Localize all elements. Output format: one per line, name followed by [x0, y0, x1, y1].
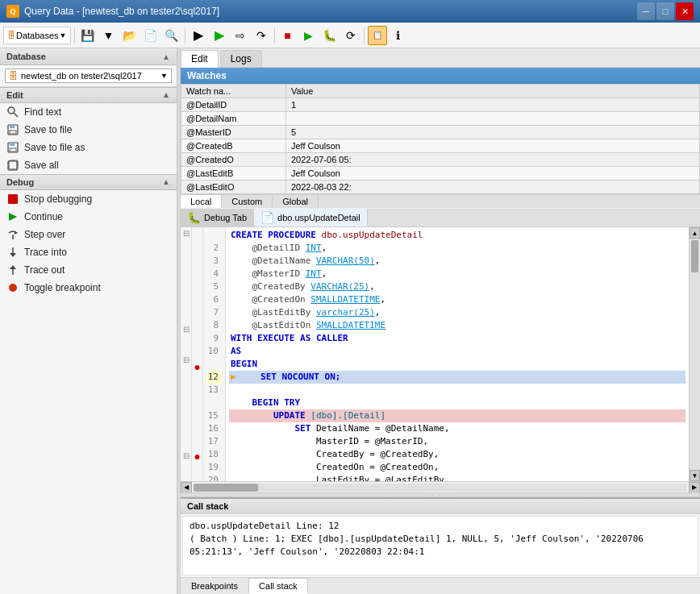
watch-tab-local[interactable]: Local: [181, 195, 222, 208]
debug3-button[interactable]: ⟳: [341, 26, 360, 45]
code-line-4: @MasterID INT,: [229, 268, 685, 280]
code-tab-procedure[interactable]: 📄 dbo.uspUpdateDetail: [254, 209, 368, 226]
watch-tab-global[interactable]: Global: [273, 195, 319, 208]
db-selector[interactable]: 🗄 newtest_db on tester2\sql2017 ▼: [5, 69, 172, 83]
gutter-13: [181, 345, 191, 354]
app-icon: Q: [6, 5, 19, 18]
close-button[interactable]: ✕: [676, 2, 694, 20]
ln-6: 6: [206, 293, 222, 306]
debug-collapse-btn[interactable]: ▲: [162, 177, 170, 187]
sql-editor[interactable]: ⊟ ⊟ ⊟: [181, 227, 700, 481]
scroll-left-btn[interactable]: ◀: [181, 482, 192, 493]
bp-4: [192, 255, 202, 265]
ln-9: 9: [206, 332, 222, 345]
save-all-icon: [6, 159, 19, 172]
debug-section-title: Debug: [6, 177, 34, 187]
watch-tab-custom[interactable]: Custom: [222, 195, 273, 208]
watch-row-2: @DetailNam: [181, 112, 700, 126]
code-content[interactable]: CREATE PROCEDURE dbo.uspUpdateDetail @De…: [226, 227, 689, 481]
current-arrow: ▶: [231, 371, 236, 384]
watches-container: Watches Watch na... Value @DetailID 1 @D…: [181, 68, 700, 209]
run-button[interactable]: ▶: [189, 26, 208, 45]
tab-edit[interactable]: Edit: [181, 50, 219, 68]
gutter-10: [181, 314, 191, 322]
watch-row-5: @CreatedO 2022-07-06 05:: [181, 153, 700, 167]
bp-22: [192, 430, 202, 440]
code-line-17: MasterID = @MasterID,: [229, 435, 685, 448]
save-dropdown-button[interactable]: ▼: [99, 26, 119, 45]
svg-rect-10: [8, 194, 18, 204]
maximize-button[interactable]: □: [656, 2, 674, 20]
db-section: 🗄 newtest_db on tester2\sql2017 ▼: [0, 65, 177, 87]
code-line-19: CreatedOn = @CreatedOn,: [229, 461, 685, 474]
code-line-5: @CreatedBy VARCHAR(25),: [229, 280, 685, 293]
ln-17: 17: [206, 435, 222, 448]
continue-item[interactable]: Continue: [0, 208, 177, 226]
save-to-file-as-item[interactable]: Save to file as: [0, 139, 177, 156]
bottom-tab-breakpoints[interactable]: Breakpoints: [181, 578, 248, 594]
center-panel: Edit Logs Watches Watch na... Value: [181, 48, 700, 594]
code-tab-debug[interactable]: 🐛 Debug Tab: [181, 209, 254, 226]
bp-10: [192, 313, 202, 322]
debug-run-button[interactable]: ▶: [210, 26, 229, 45]
debug2-button[interactable]: 🐛: [320, 26, 340, 45]
databases-dropdown[interactable]: 🗄 Databases ▼: [3, 27, 71, 44]
tab-logs[interactable]: Logs: [220, 50, 262, 67]
bp-25: [192, 463, 202, 472]
scroll-down-btn[interactable]: ▼: [690, 470, 700, 481]
trace-out-item[interactable]: Trace out: [0, 261, 177, 279]
svg-marker-15: [10, 253, 16, 257]
toolbar-sep-4: [364, 27, 365, 44]
code-gutter: ⊟ ⊟ ⊟: [181, 227, 192, 481]
vertical-scrollbar[interactable]: ▲ ▼: [689, 227, 700, 481]
save-button[interactable]: 💾: [78, 26, 98, 45]
code-line-18: CreatedBy = @CreatedBy,: [229, 448, 685, 461]
highlight-button[interactable]: 📋: [368, 26, 387, 45]
svg-point-18: [9, 284, 17, 292]
toolbar-sep-2: [185, 27, 185, 44]
call-stack-content[interactable]: dbo.uspUpdateDetail Line: 12 ( Batch ) L…: [182, 516, 698, 575]
open-button[interactable]: 📂: [120, 26, 140, 45]
scroll-up-btn[interactable]: ▲: [690, 227, 700, 239]
find-text-label: Find text: [24, 106, 61, 118]
call-stack-line-2: ( Batch ) Line: 1; EXEC [dbo].[uspUpdate…: [190, 533, 691, 559]
new-button[interactable]: 📄: [141, 26, 160, 45]
code-tab-debug-label: Debug Tab: [204, 213, 247, 222]
scroll-thumb[interactable]: [691, 240, 698, 272]
step-button[interactable]: ⇨: [231, 26, 250, 45]
call-stack-line-1: dbo.uspUpdateDetail Line: 12: [190, 520, 691, 533]
trace-into-item[interactable]: Trace into: [0, 243, 177, 261]
find-text-item[interactable]: Find text: [0, 103, 177, 121]
bp-1: [192, 227, 202, 237]
play-button[interactable]: ▶: [299, 26, 319, 45]
stop-button[interactable]: ■: [278, 26, 298, 45]
minimize-button[interactable]: ─: [637, 2, 655, 20]
bottom-tab-callstack[interactable]: Call stack: [248, 578, 308, 594]
bp-3: [192, 247, 202, 256]
save-all-item[interactable]: Save all: [0, 156, 177, 174]
ln-7: 7: [206, 306, 222, 319]
gutter-12: [181, 336, 191, 345]
search-button[interactable]: 🔍: [162, 26, 181, 45]
toggle-breakpoint-item[interactable]: Toggle breakpoint: [0, 279, 177, 297]
main-layout: Database ▲ 🗄 newtest_db on tester2\sql20…: [0, 48, 700, 594]
continue-icon: [6, 210, 19, 223]
gutter-18: [181, 395, 191, 404]
stop-debugging-item[interactable]: Stop debugging: [0, 190, 177, 208]
h-scroll-thumb[interactable]: [194, 484, 258, 492]
watch-value-3: 5: [286, 126, 700, 139]
code-line-1: CREATE PROCEDURE dbo.uspUpdateDetail: [229, 229, 685, 242]
save-to-file-item[interactable]: Save to file: [0, 121, 177, 139]
continue-button[interactable]: ↷: [252, 26, 271, 45]
step-over-item[interactable]: Step over: [0, 226, 177, 243]
watches-col-value: Value: [286, 85, 700, 98]
edit-collapse-btn[interactable]: ▲: [162, 90, 170, 100]
svg-marker-17: [10, 265, 16, 269]
scroll-right-btn[interactable]: ▶: [689, 482, 700, 493]
database-collapse-btn[interactable]: ▲: [162, 52, 170, 61]
watch-value-1: 1: [286, 98, 700, 112]
bp-5: [192, 265, 202, 275]
gutter-14: ⊟: [181, 354, 191, 367]
call-stack-header: Call stack: [181, 499, 700, 514]
info-button[interactable]: ℹ: [389, 26, 408, 45]
